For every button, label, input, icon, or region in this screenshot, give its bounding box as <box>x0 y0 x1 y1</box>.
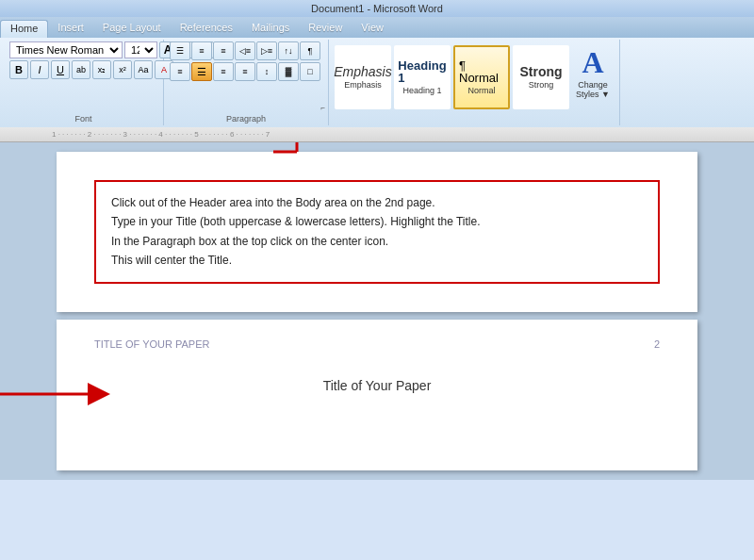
tab-page-layout[interactable]: Page Layout <box>93 20 171 38</box>
font-group-label: Font <box>4 114 163 124</box>
strong-preview: Strong <box>519 65 562 78</box>
style-heading1-button[interactable]: Heading 1 Heading 1 <box>394 45 451 109</box>
instruction-line4: This will center the Title. <box>111 251 643 270</box>
decrease-indent-button[interactable]: ◁≡ <box>235 41 255 60</box>
normal-preview: ¶ Normal <box>459 59 504 84</box>
border-button[interactable]: □ <box>300 62 320 81</box>
shading-button[interactable]: ▓ <box>278 62 299 81</box>
align-center-button[interactable]: ☰ <box>191 62 212 81</box>
styles-group: Emphasis Emphasis Heading 1 Heading 1 ¶ … <box>329 40 620 125</box>
tab-mailings[interactable]: Mailings <box>242 20 299 38</box>
change-styles-icon: A <box>582 45 603 80</box>
emphasis-preview: Emphasis <box>334 65 391 78</box>
para-row2: ≡ ☰ ≡ ≡ ↕ ▓ □ <box>170 62 320 81</box>
ruler-marks: 1 · · · · · · · 2 · · · · · · · 3 · · · … <box>52 130 270 139</box>
bullets-button[interactable]: ☰ <box>170 41 190 60</box>
tab-view[interactable]: View <box>352 20 393 38</box>
header-title: TITLE OF YOUR PAPER <box>94 338 209 350</box>
font-selector[interactable]: Times New Roman <box>9 41 123 58</box>
style-strong-button[interactable]: Strong Strong <box>513 45 569 109</box>
instruction-line2: Type in your Title (both uppercase & low… <box>111 212 643 231</box>
paper-title[interactable]: Title of Your Paper <box>94 378 660 393</box>
paragraph-group: ☰ ≡ ≡ ◁≡ ▷≡ ↑↓ ¶ ≡ ☰ ≡ ≡ ↕ ▓ □ ⌐ Paragra… <box>164 40 329 125</box>
title-bar: Document1 - Microsoft Word <box>0 0 754 17</box>
heading1-label: Heading 1 <box>402 86 441 95</box>
show-marks-button[interactable]: ¶ <box>300 41 320 60</box>
align-left-button[interactable]: ≡ <box>170 62 190 81</box>
strikethrough-button[interactable]: ab <box>72 60 90 79</box>
instruction-box: Click out of the Header area into the Bo… <box>94 180 660 284</box>
para-row1: ☰ ≡ ≡ ◁≡ ▷≡ ↑↓ ¶ <box>170 41 320 60</box>
case-button[interactable]: Aa <box>134 60 153 79</box>
numbering-button[interactable]: ≡ <box>191 41 212 60</box>
tab-references[interactable]: References <box>171 20 242 38</box>
italic-button[interactable]: I <box>30 60 49 79</box>
font-group: Times New Roman 12 A A ✕ B I U ab x₂ x² … <box>4 40 164 125</box>
document-area: Click out of the Header area into the Bo… <box>0 142 754 480</box>
increase-indent-button[interactable]: ▷≡ <box>256 41 277 60</box>
emphasis-label: Emphasis <box>344 80 382 90</box>
tab-home[interactable]: Home <box>0 20 48 38</box>
bold-button[interactable]: B <box>9 60 28 79</box>
multilevel-button[interactable]: ≡ <box>213 41 234 60</box>
tab-insert[interactable]: Insert <box>48 20 93 38</box>
page-header: TITLE OF YOUR PAPER 2 <box>94 338 660 350</box>
tab-review[interactable]: Review <box>299 20 352 38</box>
ribbon-tabs: Home Insert Page Layout References Maili… <box>0 17 754 38</box>
change-styles-button[interactable]: A ChangeStyles ▼ <box>572 41 614 112</box>
red-arrow-up-annotation <box>240 142 353 154</box>
line-spacing-button[interactable]: ↕ <box>256 62 277 81</box>
normal-label: Normal <box>467 86 495 95</box>
change-styles-label: ChangeStyles ▼ <box>576 80 610 99</box>
heading1-preview: Heading 1 <box>398 59 446 84</box>
ribbon-content: Times New Roman 12 A A ✕ B I U ab x₂ x² … <box>0 38 754 127</box>
page-2: TITLE OF YOUR PAPER 2 Title of Your Pape… <box>57 320 697 470</box>
paragraph-expand-button[interactable]: ⌐ <box>320 104 325 112</box>
title-area: Title of Your Paper <box>94 378 660 393</box>
ruler: 1 · · · · · · · 2 · · · · · · · 3 · · · … <box>0 127 754 142</box>
superscript-button[interactable]: x² <box>113 60 132 79</box>
style-normal-button[interactable]: ¶ Normal Normal <box>453 45 510 109</box>
align-right-button[interactable]: ≡ <box>213 62 234 81</box>
sort-button[interactable]: ↑↓ <box>278 41 299 60</box>
paragraph-group-content: ☰ ≡ ≡ ◁≡ ▷≡ ↑↓ ¶ ≡ ☰ ≡ ≡ ↕ ▓ □ <box>170 41 320 124</box>
instruction-line1: Click out of the Header area into the Bo… <box>111 193 643 212</box>
paragraph-group-label: Paragraph <box>164 114 328 124</box>
title-text: Document1 - Microsoft Word <box>311 3 443 14</box>
style-emphasis-button[interactable]: Emphasis Emphasis <box>335 45 391 109</box>
font-size-selector[interactable]: 12 <box>124 41 157 58</box>
subscript-button[interactable]: x₂ <box>92 60 111 79</box>
page-number: 2 <box>654 338 660 350</box>
instruction-line3: In the Paragraph box at the top click on… <box>111 232 643 251</box>
page-1: Click out of the Header area into the Bo… <box>57 152 697 312</box>
strong-label: Strong <box>529 80 554 90</box>
justify-button[interactable]: ≡ <box>235 62 255 81</box>
underline-button[interactable]: U <box>51 60 70 79</box>
